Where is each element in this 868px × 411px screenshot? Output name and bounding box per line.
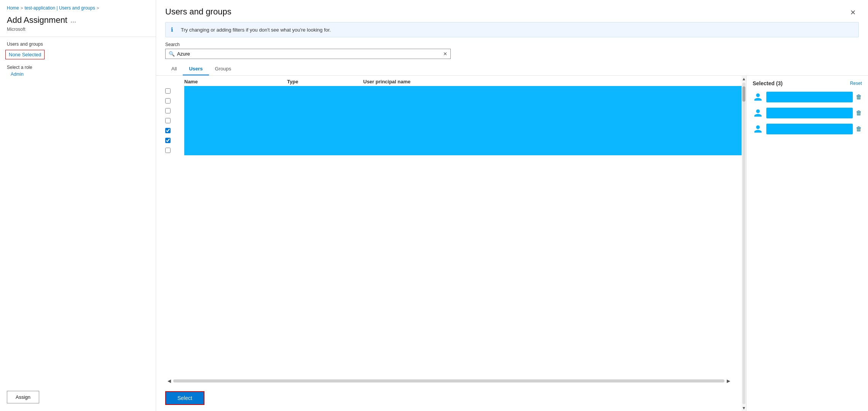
delete-icon-2[interactable]: 🗑: [856, 110, 862, 116]
tab-groups[interactable]: Groups: [209, 63, 238, 75]
table-row: [165, 135, 742, 145]
left-panel: Home > test-application | Users and grou…: [0, 0, 156, 411]
add-assignment-title: Add Assignment: [7, 15, 67, 25]
search-area: Search 🔍 ✕: [156, 42, 868, 63]
tab-all[interactable]: All: [165, 63, 183, 75]
row-check-6[interactable]: [165, 138, 180, 143]
checkbox-6[interactable]: [165, 138, 171, 143]
col-upn-header: User principal name: [363, 79, 742, 84]
delete-icon-1[interactable]: 🗑: [856, 94, 862, 100]
none-selected-text: None Selected: [9, 52, 41, 57]
more-options-icon[interactable]: ...: [70, 16, 76, 24]
h-scrollbar[interactable]: [173, 379, 724, 382]
info-icon: ℹ: [171, 26, 178, 33]
none-selected-box[interactable]: None Selected: [0, 48, 156, 62]
search-input[interactable]: [177, 51, 441, 57]
table-row: [165, 145, 742, 155]
selected-name-bar-2: [766, 108, 853, 118]
checkbox-4[interactable]: [165, 118, 171, 123]
breadcrumb-home[interactable]: Home: [7, 5, 19, 11]
scroll-up-icon[interactable]: ▲: [742, 76, 746, 81]
user-icon-3: [753, 124, 763, 134]
row-check-3[interactable]: [165, 108, 180, 113]
v-scrollbar-container: ▲ ▼: [742, 76, 746, 411]
content-area: Name Type User principal name: [156, 76, 868, 411]
checkbox-3[interactable]: [165, 108, 171, 113]
table-row: [165, 96, 742, 106]
delete-icon-3[interactable]: 🗑: [856, 126, 862, 132]
checkbox-7[interactable]: [165, 148, 171, 153]
h-scrollbar-area: ◀ ▶: [156, 377, 742, 385]
selected-title: Selected (3): [753, 80, 783, 86]
info-banner: ℹ Try changing or adding filters if you …: [165, 22, 859, 37]
row-check-7[interactable]: [165, 148, 180, 153]
user-icon-1: [753, 92, 763, 102]
breadcrumb-app[interactable]: test-application | Users and groups: [24, 5, 95, 11]
scroll-down-icon[interactable]: ▼: [742, 406, 746, 410]
breadcrumb: Home > test-application | Users and grou…: [0, 0, 156, 12]
user-icon-2: [753, 108, 763, 118]
bottom-bar: Select: [156, 385, 742, 411]
table-row: [165, 116, 742, 126]
scroll-left-icon[interactable]: ◀: [165, 378, 173, 384]
clear-search-icon[interactable]: ✕: [443, 51, 447, 57]
v-scroll-thumb[interactable]: [742, 86, 745, 102]
col-name-header: Name: [180, 79, 287, 84]
admin-link[interactable]: Admin: [0, 71, 156, 80]
table-row: [165, 126, 742, 135]
tabs-row: All Users Groups: [156, 63, 868, 76]
panel-subtitle: Microsoft: [0, 26, 156, 37]
v-scroll-track[interactable]: [742, 83, 745, 404]
checkbox-1[interactable]: [165, 88, 171, 94]
table-rows-container: [156, 86, 742, 377]
search-icon: 🔍: [169, 51, 175, 57]
row-check-5[interactable]: [165, 128, 180, 133]
row-check-1[interactable]: [165, 88, 180, 94]
selected-name-bar-1: [766, 92, 853, 102]
selected-panel: Selected (3) Reset 🗑: [746, 76, 868, 411]
tab-users[interactable]: Users: [183, 63, 209, 75]
scroll-right-icon[interactable]: ▶: [724, 378, 732, 384]
selected-item-2: 🗑: [753, 106, 862, 120]
table-section: Name Type User principal name: [156, 76, 742, 411]
breadcrumb-sep2: >: [97, 6, 99, 10]
select-button[interactable]: Select: [165, 391, 204, 405]
assign-btn-area: Assign: [7, 391, 39, 403]
checkbox-2[interactable]: [165, 98, 171, 104]
main-header: Users and groups ✕: [156, 0, 868, 22]
select-role-label: Select a role: [0, 62, 156, 71]
info-text: Try changing or adding filters if you do…: [181, 27, 331, 33]
checkbox-5[interactable]: [165, 128, 171, 133]
rows-wrapper: [165, 86, 742, 155]
main-panel: Users and groups ✕ ℹ Try changing or add…: [156, 0, 868, 411]
selected-name-bar-3: [766, 124, 853, 134]
selected-header: Selected (3) Reset: [753, 80, 862, 86]
table-row: [165, 86, 742, 96]
assign-button[interactable]: Assign: [7, 391, 39, 403]
close-button[interactable]: ✕: [847, 7, 859, 18]
breadcrumb-sep1: >: [21, 6, 23, 10]
main-title: Users and groups: [165, 7, 231, 17]
table-header: Name Type User principal name: [156, 76, 742, 86]
users-groups-label: Users and groups: [0, 37, 156, 48]
row-check-2[interactable]: [165, 98, 180, 104]
table-row: [165, 106, 742, 116]
reset-link[interactable]: Reset: [850, 81, 862, 86]
selected-item-1: 🗑: [753, 90, 862, 104]
search-label: Search: [165, 42, 859, 47]
col-type-header: Type: [287, 79, 363, 84]
search-box: 🔍 ✕: [165, 49, 451, 59]
selected-item-3: 🗑: [753, 122, 862, 136]
row-check-4[interactable]: [165, 118, 180, 123]
panel-title: Add Assignment ...: [0, 12, 156, 26]
